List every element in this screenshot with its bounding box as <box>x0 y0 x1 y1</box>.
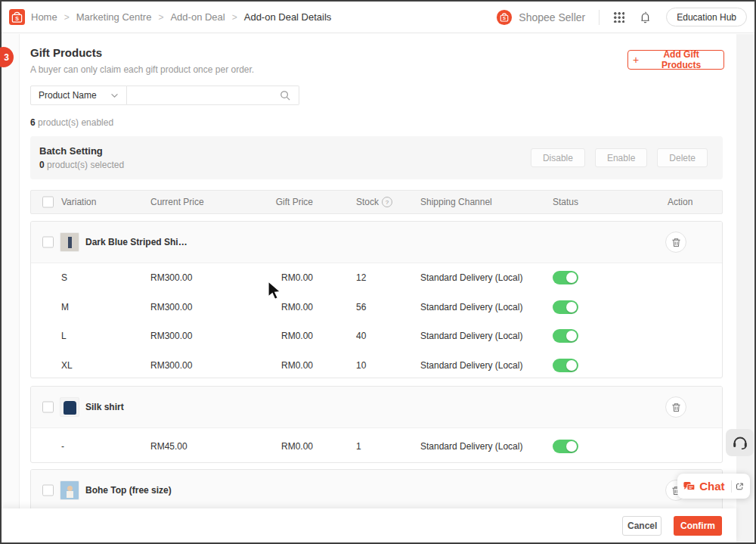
cancel-button[interactable]: Cancel <box>622 516 662 536</box>
variation-value: XL <box>61 360 73 371</box>
right-edge-strip <box>736 34 754 542</box>
toggle-knob <box>566 302 577 312</box>
trash-icon <box>671 403 681 412</box>
table-header: Variation Current Price Gift Price Stock… <box>30 190 723 214</box>
column-gift-price: Gift Price <box>243 197 313 207</box>
gift-products-section: Gift Products A buyer can only claim eac… <box>20 34 736 542</box>
plus-icon: + <box>633 55 639 64</box>
shipping-channel-value: Standard Delivery (Local) <box>420 360 522 371</box>
product-thumbnail <box>60 397 79 417</box>
chat-widget[interactable]: Chat <box>677 474 750 499</box>
current-price-value: RM45.00 <box>150 441 187 452</box>
brand-name: Shopee Seller <box>519 11 585 23</box>
status-toggle[interactable] <box>553 329 578 343</box>
batch-setting-info: Batch Setting 0 product(s) selected <box>39 145 124 170</box>
status-toggle[interactable] <box>553 440 578 453</box>
topbar-right-cluster: S Shopee Seller Education Hub <box>496 8 747 26</box>
add-gift-products-label: Add Gift Products <box>643 49 719 70</box>
breadcrumb-home[interactable]: Home <box>31 11 57 23</box>
select-product-checkbox[interactable] <box>42 402 54 413</box>
delete-product-button[interactable] <box>665 232 686 253</box>
product-thumbnail <box>60 232 79 252</box>
selected-count-text: 0 product(s) selected <box>39 160 124 170</box>
disable-button[interactable]: Disable <box>531 148 585 167</box>
search-box <box>127 85 299 105</box>
current-price-value: RM300.00 <box>150 302 192 312</box>
divider <box>731 480 732 493</box>
stock-value: 56 <box>356 302 366 312</box>
apps-grid-icon[interactable] <box>613 11 624 23</box>
gift-price-value: RM0.00 <box>243 272 313 283</box>
toggle-knob <box>566 331 577 341</box>
headset-icon <box>731 434 749 452</box>
page-title: Gift Products <box>30 46 102 59</box>
product-name: Bohe Top (free size) <box>85 485 172 496</box>
enabled-count-text: 6 product(s) enabled <box>30 117 113 128</box>
toggle-knob <box>566 360 577 371</box>
trash-icon <box>671 238 681 247</box>
shopee-logo-icon[interactable]: S <box>9 9 25 25</box>
breadcrumb-addon-deal[interactable]: Add-on Deal <box>170 11 225 23</box>
education-hub-button[interactable]: Education Hub <box>666 8 747 26</box>
chat-bubbles-icon <box>683 480 695 493</box>
svg-text:S: S <box>503 16 506 20</box>
variation-rows: S RM300.00 RM0.00 12 Standard Delivery (… <box>31 263 722 378</box>
product-group-header: Silk shirt <box>31 387 722 428</box>
stock-help-icon[interactable]: ? <box>382 197 392 207</box>
gift-price-value: RM0.00 <box>243 360 313 371</box>
toggle-knob <box>566 272 577 283</box>
search-icon <box>280 90 291 101</box>
column-status: Status <box>553 197 578 207</box>
breadcrumb-marketing-centre[interactable]: Marketing Centre <box>76 11 152 23</box>
product-thumbnail <box>60 480 79 500</box>
select-product-checkbox[interactable] <box>42 485 54 496</box>
status-toggle[interactable] <box>553 359 578 372</box>
page-subtitle: A buyer can only claim each gift product… <box>30 64 254 75</box>
gift-price-value: RM0.00 <box>243 441 313 452</box>
current-price-value: RM300.00 <box>150 272 192 283</box>
variation-value: L <box>61 331 67 341</box>
breadcrumb-current-page: Add-on Deal Details <box>244 11 332 23</box>
search-input[interactable] <box>135 89 280 101</box>
batch-buttons: Disable Enable Delete <box>531 148 708 167</box>
popout-icon[interactable] <box>736 481 744 492</box>
variation-value: S <box>61 272 67 283</box>
breadcrumb-separator-icon: > <box>232 12 237 23</box>
seller-account[interactable]: S Shopee Seller <box>496 9 585 26</box>
breadcrumb-separator-icon: > <box>158 12 163 23</box>
notifications-bell-icon[interactable] <box>638 10 652 24</box>
support-headset-button[interactable] <box>726 429 754 456</box>
variation-row: - RM45.00 RM0.00 1 Standard Delivery (Lo… <box>31 428 722 463</box>
delete-button[interactable]: Delete <box>657 148 708 167</box>
status-toggle[interactable] <box>553 300 578 314</box>
variation-value: - <box>61 441 64 452</box>
enable-button[interactable]: Enable <box>595 148 647 167</box>
product-group-card: Dark Blue Striped Shi… S RM300.00 RM0.00… <box>30 221 723 378</box>
select-product-checkbox[interactable] <box>42 237 54 248</box>
confirm-button[interactable]: Confirm <box>674 516 722 536</box>
select-all-checkbox[interactable] <box>42 197 54 208</box>
variation-value: M <box>61 302 69 312</box>
toggle-knob <box>566 441 577 452</box>
stock-value: 40 <box>356 331 366 341</box>
product-group-header: Dark Blue Striped Shi… <box>31 222 722 263</box>
shipping-channel-value: Standard Delivery (Local) <box>420 272 522 283</box>
gift-price-value: RM0.00 <box>243 331 313 341</box>
variation-rows: - RM45.00 RM0.00 1 Standard Delivery (Lo… <box>31 428 722 463</box>
column-shipping-channel: Shipping Channel <box>420 197 492 207</box>
filter-type-dropdown[interactable]: Product Name <box>30 85 127 105</box>
left-edge-strip <box>2 34 20 542</box>
search-filter-bar: Product Name <box>30 85 299 105</box>
breadcrumb: Home > Marketing Centre > Add-on Deal > … <box>31 11 331 23</box>
delete-product-button[interactable] <box>665 396 686 418</box>
status-toggle[interactable] <box>553 271 578 284</box>
enabled-count: 6 <box>30 117 36 128</box>
add-gift-products-button[interactable]: + Add Gift Products <box>627 50 724 70</box>
product-name: Dark Blue Striped Shi… <box>85 237 187 247</box>
breadcrumb-separator-icon: > <box>64 12 70 23</box>
variation-row: L RM300.00 RM0.00 40 Standard Delivery (… <box>31 322 722 351</box>
stock-value: 1 <box>356 441 361 452</box>
bottom-action-bar: Cancel Confirm <box>2 508 736 542</box>
svg-text:S: S <box>15 16 19 21</box>
stock-value: 12 <box>356 272 366 283</box>
